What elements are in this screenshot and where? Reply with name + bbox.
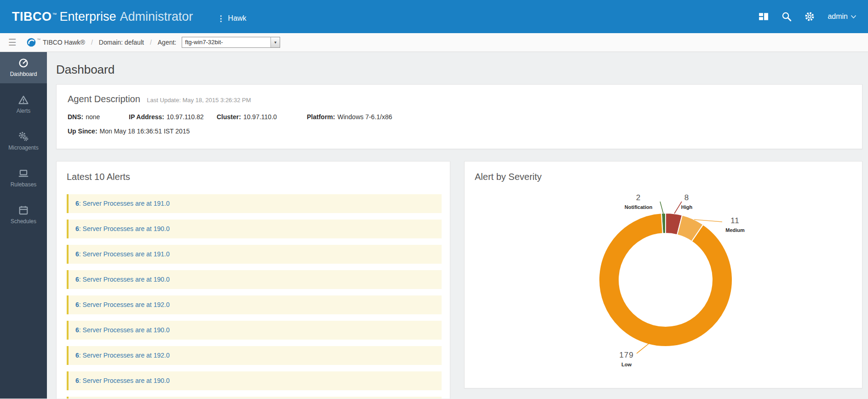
- alert-text: : Server Processes are at 190.0: [79, 225, 170, 232]
- alert-list-item[interactable]: 6: Server Processes are at 191.0: [67, 194, 442, 213]
- field-ip-address: IP Address:10.97.110.82: [129, 110, 217, 124]
- sidebar-item-label: Schedules: [11, 218, 36, 225]
- breadcrumb-separator: /: [144, 39, 158, 46]
- hawk-logo-trademark: ™: [37, 38, 40, 42]
- alert-text: : Server Processes are at 190.0: [79, 276, 170, 283]
- grip-dots-icon: ⋮: [217, 14, 225, 23]
- alert-text: : Server Processes are at 191.0: [79, 200, 170, 207]
- callout-line-low: [637, 344, 649, 353]
- donut-label-name: Notification: [625, 204, 653, 210]
- sidebar-item-label: Rulebases: [11, 181, 37, 188]
- sidebar-item-dashboard[interactable]: Dashboard: [0, 52, 47, 83]
- brand-suffix: Administrator: [120, 10, 193, 24]
- alert-list-item[interactable]: 6: Server Processes are at 190.0: [67, 397, 442, 399]
- alert-list-item[interactable]: 6: Server Processes are at 190.0: [67, 220, 442, 238]
- alert-list-item[interactable]: 6: Server Processes are at 192.0: [67, 346, 442, 365]
- agent-description-title: Agent Description: [68, 94, 140, 104]
- alert-text: : Server Processes are at 192.0: [79, 301, 170, 308]
- alert-list-item[interactable]: 6: Server Processes are at 192.0: [67, 295, 442, 314]
- breadcrumb-app[interactable]: TIBCO Hawk®: [43, 39, 85, 46]
- donut-label-value: 179: [619, 351, 633, 360]
- donut-label-low: 179Low: [619, 351, 633, 368]
- alert-text: : Server Processes are at 192.0: [79, 352, 170, 359]
- alert-list-item[interactable]: 6: Server Processes are at 190.0: [67, 371, 442, 390]
- sidebar: Dashboard Alerts Microagent: [0, 52, 47, 399]
- sidebar-item-label: Microagents: [8, 145, 38, 151]
- latest-alerts-card: Latest 10 Alerts 6: Server Processes are…: [56, 161, 450, 399]
- breadcrumb: ☰ ™ TIBCO Hawk® / Domain: default / Agen…: [0, 33, 868, 52]
- sidebar-item-schedules[interactable]: Schedules: [0, 199, 47, 231]
- tibco-logo[interactable]: TIBCO ™ Enterprise Administrator: [12, 10, 193, 24]
- hamburger-menu-icon[interactable]: ☰: [8, 37, 17, 48]
- alert-severity-card: Alert by Severity 2Notification8High11Me…: [464, 161, 862, 388]
- user-menu[interactable]: admin: [828, 12, 856, 21]
- sidebar-item-label: Alerts: [17, 108, 31, 114]
- alert-list-item[interactable]: 6: Server Processes are at 190.0: [67, 270, 442, 289]
- donut-label-notification: 2Notification: [625, 193, 653, 211]
- field-up-since: Up Since:Mon May 18 16:36:51 IST 2015: [68, 124, 190, 139]
- hawk-nav-item[interactable]: ⋮ Hawk: [217, 14, 247, 23]
- sidebar-item-label: Dashboard: [10, 71, 37, 77]
- rulebases-icon: [18, 168, 29, 179]
- brand-product: Enterprise: [60, 10, 116, 24]
- donut-svg: [475, 188, 852, 387]
- agent-description-card: Agent Description Last Update: May 18, 2…: [56, 84, 862, 149]
- calendar-icon: [18, 205, 29, 215]
- settings-gear-icon[interactable]: [805, 12, 815, 22]
- breadcrumb-separator: /: [85, 39, 99, 46]
- agent-select[interactable]: ftg-win7-32bit- ▼: [182, 37, 280, 48]
- alerts-list: 6: Server Processes are at 191.0 6: Serv…: [67, 194, 442, 399]
- donut-label-value: 8: [681, 193, 692, 202]
- main-content: Dashboard Agent Description Last Update:…: [47, 52, 868, 399]
- alert-list-item[interactable]: 6: Server Processes are at 190.0: [67, 321, 442, 340]
- header-actions: admin: [759, 12, 856, 22]
- sidebar-item-rulebases[interactable]: Rulebases: [0, 162, 47, 194]
- alert-id: 6: [75, 200, 79, 207]
- alert-id: 6: [75, 301, 79, 308]
- page-title: Dashboard: [56, 63, 862, 77]
- donut-label-medium: 11Medium: [725, 216, 745, 234]
- apps-grid-icon[interactable]: [759, 12, 769, 22]
- donut-label-value: 11: [725, 216, 745, 226]
- trademark: ™: [52, 12, 57, 17]
- search-icon[interactable]: [782, 12, 792, 22]
- latest-alerts-title: Latest 10 Alerts: [67, 172, 442, 182]
- user-name: admin: [828, 12, 848, 21]
- last-update-text: Last Update: May 18, 2015 3:26:32 PM: [147, 97, 251, 104]
- hawk-nav-label: Hawk: [228, 14, 247, 23]
- alert-severity-title: Alert by Severity: [475, 172, 852, 182]
- alert-id: 6: [75, 276, 79, 283]
- donut-label-name: Low: [621, 362, 632, 367]
- dashboard-icon: [18, 58, 29, 68]
- donut-label-value: 2: [625, 193, 653, 202]
- hawk-logo-icon: [27, 38, 36, 47]
- alert-id: 6: [75, 326, 79, 334]
- alert-list-item[interactable]: 6: Server Processes are at 191.0: [67, 245, 442, 264]
- sidebar-item-microagents[interactable]: Microagents: [0, 126, 47, 157]
- app-header: TIBCO ™ Enterprise Administrator ⋮ Hawk: [0, 0, 868, 33]
- gears-icon: [18, 132, 29, 142]
- callout-line-high: [674, 202, 682, 214]
- sidebar-item-alerts[interactable]: Alerts: [0, 89, 47, 120]
- brand-name: TIBCO: [12, 10, 52, 24]
- field-dns: DNS:none: [68, 110, 129, 124]
- chevron-down-icon: [851, 15, 856, 18]
- field-platform: Platform:Windows 7-6.1/x86: [307, 110, 392, 124]
- alert-text: : Server Processes are at 190.0: [79, 377, 170, 384]
- alert-id: 6: [75, 225, 79, 232]
- donut-label-name: Medium: [725, 227, 745, 233]
- breadcrumb-agent-label: Agent:: [158, 39, 176, 46]
- severity-donut-chart: 2Notification8High11Medium179Low: [475, 188, 852, 387]
- callout-line-notification: [660, 202, 663, 214]
- alert-id: 6: [75, 250, 79, 258]
- breadcrumb-domain: Domain: default: [99, 39, 144, 46]
- alert-text: : Server Processes are at 191.0: [79, 250, 170, 258]
- alert-text: : Server Processes are at 190.0: [79, 326, 170, 334]
- donut-label-name: High: [681, 204, 692, 210]
- field-cluster: Cluster:10.97.110.0: [217, 110, 307, 124]
- agent-select-dropdown-button[interactable]: ▼: [270, 37, 280, 47]
- alert-id: 6: [75, 352, 79, 359]
- donut-label-high: 8High: [681, 193, 692, 211]
- alert-id: 6: [75, 377, 79, 384]
- alert-triangle-icon: [18, 95, 29, 105]
